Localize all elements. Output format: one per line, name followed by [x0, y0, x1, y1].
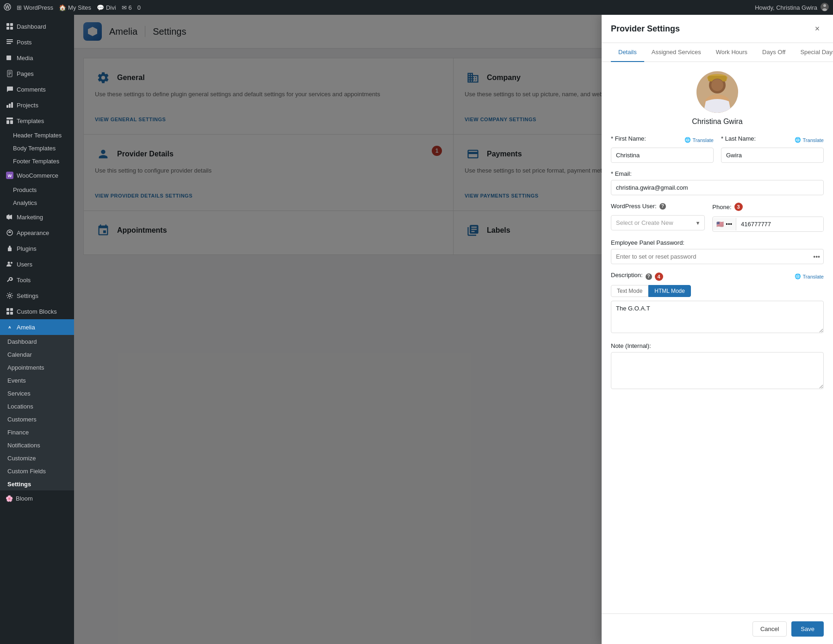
- sidebar-item-pages[interactable]: Pages: [0, 66, 74, 81]
- amelia-sub-services[interactable]: Services: [0, 387, 74, 400]
- sidebar-item-amelia[interactable]: A Amelia: [0, 319, 74, 335]
- modal-body: Christina Gwira * First Name: 🌐 Translat…: [602, 62, 833, 613]
- tab-days-off[interactable]: Days Off: [755, 43, 793, 62]
- tab-work-hours[interactable]: Work Hours: [709, 43, 755, 62]
- modal-close-button[interactable]: ×: [811, 22, 824, 35]
- svg-point-3: [823, 4, 826, 7]
- plugins-icon: [6, 244, 14, 253]
- tab-special-days[interactable]: Special Days: [793, 43, 833, 62]
- sidebar-item-body-templates[interactable]: Body Templates: [0, 142, 74, 155]
- password-label: Employee Panel Password:: [611, 239, 824, 246]
- sidebar-item-settings[interactable]: Settings: [0, 288, 74, 303]
- amelia-sub-customers[interactable]: Customers: [0, 413, 74, 426]
- save-button[interactable]: Save: [791, 621, 824, 637]
- amelia-sub-label-events: Events: [7, 377, 26, 384]
- sidebar-item-label-marketing: Marketing: [17, 214, 43, 221]
- avatar: [696, 71, 738, 113]
- amelia-sub-custom-fields[interactable]: Custom Fields: [0, 464, 74, 477]
- comments-count-item[interactable]: 💬 Divi: [97, 4, 116, 11]
- bloom-icon: 🌸: [6, 495, 13, 502]
- phone-label: Phone: 3: [712, 203, 742, 211]
- sidebar-item-templates[interactable]: Templates: [0, 113, 74, 129]
- amelia-submenu: Dashboard Calendar Appointments Events S…: [0, 335, 74, 490]
- tools-icon: [6, 276, 14, 284]
- blocks-icon: [6, 307, 14, 316]
- amelia-sub-appointments[interactable]: Appointments: [0, 361, 74, 374]
- sidebar-item-bloom[interactable]: 🌸 Bloom: [0, 490, 74, 506]
- sidebar-item-projects[interactable]: Projects: [0, 97, 74, 113]
- sidebar-item-marketing[interactable]: Marketing: [0, 209, 74, 225]
- wp-logo-item[interactable]: W: [4, 3, 11, 12]
- name-row: * First Name: 🌐 Translate * Last Name:: [611, 135, 824, 163]
- sidebar-item-custom-blocks[interactable]: Custom Blocks: [0, 303, 74, 319]
- first-name-translate[interactable]: 🌐 Translate: [684, 137, 714, 143]
- sidebar-item-label-bloom: Bloom: [16, 495, 33, 502]
- sidebar-item-footer-templates[interactable]: Footer Templates: [0, 155, 74, 167]
- phone-input[interactable]: [736, 217, 823, 231]
- amelia-sub-dashboard[interactable]: Dashboard: [0, 335, 74, 348]
- sidebar-item-plugins[interactable]: Plugins: [0, 241, 74, 256]
- amelia-sub-events[interactable]: Events: [0, 374, 74, 387]
- phone-flag[interactable]: 🇺🇸 •••: [713, 218, 736, 230]
- last-name-label-row: * Last Name: 🌐 Translate: [721, 135, 824, 145]
- description-translate[interactable]: 🌐 Translate: [795, 273, 824, 279]
- sidebar-item-label-body-templates: Body Templates: [13, 145, 56, 152]
- tab-assigned-services[interactable]: Assigned Services: [644, 43, 709, 62]
- password-input[interactable]: [611, 249, 824, 264]
- site-name-item[interactable]: 🏠 My Sites: [59, 4, 91, 11]
- amelia-sub-customize[interactable]: Customize: [0, 452, 74, 464]
- amelia-sub-notifications[interactable]: Notifications: [0, 439, 74, 452]
- provider-settings-modal: Provider Settings × Details Assigned Ser…: [602, 15, 833, 644]
- new-item[interactable]: 0: [137, 4, 141, 11]
- my-sites-item[interactable]: ⊞ WordPress: [17, 4, 53, 11]
- sidebar-item-products[interactable]: Products: [0, 183, 74, 196]
- sidebar-item-analytics[interactable]: Analytics: [0, 196, 74, 209]
- sidebar-item-woocommerce[interactable]: W WooCommerce: [0, 167, 74, 183]
- svg-rect-8: [10, 27, 13, 30]
- sidebar-item-header-templates[interactable]: Header Templates: [0, 129, 74, 142]
- wordpress-user-select[interactable]: Select or Create New: [611, 215, 705, 230]
- svg-rect-34: [10, 312, 13, 315]
- note-textarea[interactable]: [611, 352, 824, 389]
- tab-details[interactable]: Details: [611, 43, 644, 62]
- sidebar-item-media[interactable]: Media: [0, 50, 74, 66]
- amelia-sub-finance[interactable]: Finance: [0, 426, 74, 439]
- sidebar-item-label-users: Users: [17, 261, 32, 268]
- text-mode-button[interactable]: Text Mode: [611, 285, 648, 297]
- svg-rect-18: [6, 105, 8, 108]
- description-help-icon[interactable]: ?: [646, 273, 652, 280]
- amelia-sub-calendar[interactable]: Calendar: [0, 348, 74, 361]
- appearance-icon: [6, 229, 14, 237]
- svg-rect-6: [10, 23, 13, 26]
- first-name-label: * First Name:: [611, 135, 646, 142]
- sidebar-item-dashboard[interactable]: Dashboard: [0, 19, 74, 34]
- sidebar-item-appearance[interactable]: Appearance: [0, 225, 74, 241]
- email-input[interactable]: [611, 180, 824, 195]
- first-name-input[interactable]: [611, 148, 714, 163]
- sidebar-item-comments[interactable]: Comments: [0, 81, 74, 97]
- html-mode-button[interactable]: HTML Mode: [648, 285, 691, 297]
- svg-text:A: A: [8, 325, 11, 329]
- sidebar-item-users[interactable]: Users: [0, 256, 74, 272]
- drafts-item[interactable]: ✉ 6: [122, 4, 132, 11]
- last-name-translate[interactable]: 🌐 Translate: [795, 137, 824, 143]
- sidebar-item-tools[interactable]: Tools: [0, 272, 74, 288]
- description-group: Description: ? 4 🌐 Translate Text Mode H…: [611, 272, 824, 335]
- globe-icon-desc: 🌐: [795, 273, 801, 279]
- password-toggle-button[interactable]: •••: [813, 253, 820, 260]
- sidebar-item-label-appearance: Appearance: [17, 229, 49, 236]
- sidebar-item-label-templates: Templates: [17, 118, 44, 124]
- description-textarea[interactable]: The G.O.A.T: [611, 301, 824, 333]
- wp-user-help-icon[interactable]: ?: [659, 203, 666, 210]
- cancel-button[interactable]: Cancel: [752, 621, 787, 637]
- first-name-group: * First Name: 🌐 Translate: [611, 135, 714, 163]
- amelia-sub-locations[interactable]: Locations: [0, 400, 74, 413]
- amelia-sub-settings[interactable]: Settings: [0, 477, 74, 490]
- sidebar-item-posts[interactable]: Posts: [0, 34, 74, 50]
- mode-buttons: Text Mode HTML Mode: [611, 285, 824, 297]
- avatar-icon: [820, 2, 829, 13]
- globe-icon-last: 🌐: [795, 137, 801, 143]
- last-name-input[interactable]: [721, 148, 824, 163]
- svg-rect-7: [6, 27, 9, 30]
- amelia-sub-label-calendar: Calendar: [7, 351, 32, 358]
